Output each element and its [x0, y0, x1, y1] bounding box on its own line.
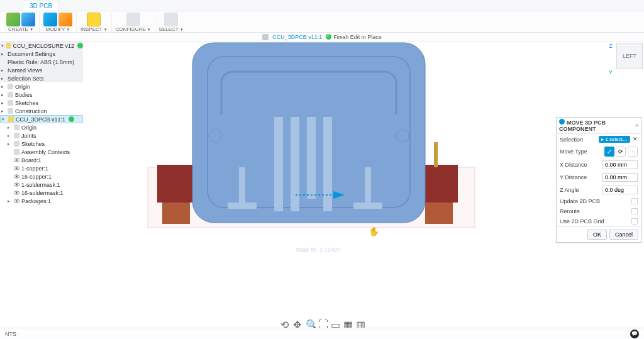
cube-green-icon[interactable] [6, 13, 20, 26]
z-label: Z Angle [560, 187, 579, 193]
browser-node[interactable]: Plastic Rule: ABS (1.5mm) [0, 58, 83, 66]
browser-node[interactable]: 16-soldermask:1 [0, 189, 83, 197]
comments-icon[interactable]: 💬 [630, 330, 639, 338]
browser-node[interactable]: 1-soldermask:1 [0, 181, 83, 189]
nav-toolbar: ⟲ ✥ 🔍 ⛶ ▭ ▦ ▥ [0, 318, 644, 328]
browser-node[interactable]: ▸Bodies [0, 91, 83, 99]
browser-node[interactable]: ▸Joints [0, 131, 83, 140]
axis-y-label: Y [609, 69, 613, 75]
axis-z-label: Z [609, 43, 613, 49]
browser-node[interactable]: ▸Construction [0, 107, 83, 115]
folder-icon [14, 141, 19, 147]
browser-node[interactable]: Board:1 [0, 156, 83, 164]
browser-node-label: Bodies [15, 92, 33, 98]
movetype-label: Move Type [560, 148, 587, 155]
svg-rect-3 [420, 165, 458, 203]
folder-icon [8, 100, 13, 106]
chevron-down-icon[interactable]: ▼ [147, 28, 151, 31]
ribbon-tab-3dpcb[interactable]: 3D PCB [23, 1, 59, 11]
ribbon-label-inspect[interactable]: INSPECT [80, 26, 103, 32]
eye-icon[interactable] [14, 190, 19, 196]
ok-button[interactable]: OK [587, 230, 607, 240]
movetype-translate-button[interactable]: ⤢ [604, 147, 614, 157]
movetype-point-button[interactable]: · [628, 147, 638, 157]
dialog-title-bar[interactable]: MOVE 3D PCB COMPONENT ›› [557, 118, 641, 134]
browser-node-label: Construction [15, 108, 47, 114]
dialog-row-movetype: Move Type ⤢ ⟳ · [557, 145, 641, 158]
cursor-icon[interactable] [164, 13, 178, 26]
eye-icon[interactable] [14, 157, 19, 163]
viewports-icon[interactable]: ▥ [356, 319, 364, 326]
update2d-checkbox[interactable] [631, 198, 638, 204]
ribbon-label-modify[interactable]: MODIFY [45, 26, 65, 32]
ribbon-label-create[interactable]: CREATE [8, 26, 28, 32]
ribbon-group-inspect: INSPECT▼ [77, 13, 112, 33]
browser-node-label: Plastic Rule: ABS (1.5mm) [8, 59, 74, 65]
browser-node[interactable]: Assembly Contexts [0, 148, 83, 156]
ribbon-label-select[interactable]: SELECT [159, 26, 179, 32]
svg-point-19 [16, 167, 18, 169]
browser-active-component[interactable]: ▾CCU_3DPCB v11:1 [0, 115, 83, 123]
browser-node[interactable]: ▸Named Views [0, 66, 83, 74]
cancel-button[interactable]: Cancel [609, 230, 638, 240]
hand-cursor-icon: ✋ [369, 226, 379, 236]
browser-node[interactable]: ▸Origin [0, 82, 83, 91]
status-left: NTS [5, 331, 16, 337]
orbit-icon[interactable]: ⟲ [280, 319, 288, 326]
svg-point-21 [16, 175, 18, 177]
eye-icon[interactable] [14, 165, 19, 171]
browser-node[interactable]: ▸Sketches [0, 99, 83, 107]
browser-root[interactable]: ▾CCU_ENCLOSURE v12 [0, 42, 83, 50]
breadcrumb-link[interactable]: CCU_3DPCB v11:1 [272, 34, 322, 40]
display-icon[interactable]: ▭ [331, 319, 338, 326]
svg-rect-9 [291, 117, 299, 211]
3d-canvas[interactable]: Snap To -1.12497 ✋ LEFT Z Y [0, 42, 644, 328]
browser-node[interactable]: 16-copper:1 [0, 172, 83, 181]
dialog-title: MOVE 3D PCB COMPONENT [559, 119, 606, 132]
dialog-row-y: Y Distance [557, 171, 641, 184]
dialog-row-selection: Selection ▸1 select…✕ [557, 134, 641, 145]
chevron-down-icon[interactable]: ▼ [67, 28, 70, 31]
browser-node[interactable]: ▸Origin [0, 123, 83, 131]
move-icon[interactable] [58, 13, 72, 26]
grid-checkbox[interactable] [631, 218, 638, 225]
browser-node[interactable]: ▸Packages:1 [0, 197, 83, 205]
browser-node[interactable]: 1-copper:1 [0, 164, 83, 172]
movetype-rotate-button[interactable]: ⟳ [616, 147, 626, 157]
fit-icon[interactable]: ⛶ [318, 319, 326, 326]
ribbon-group-configure: CONFIGURE▼ [112, 13, 155, 33]
y-distance-input[interactable] [602, 173, 638, 182]
clear-selection-icon[interactable]: ✕ [633, 136, 638, 142]
zoom-icon[interactable]: 🔍 [306, 319, 313, 326]
grid-view-icon[interactable]: ▦ [343, 319, 351, 326]
cube-blue-icon[interactable] [21, 13, 35, 26]
ribbon-label-configure[interactable]: CONFIGURE [116, 26, 146, 32]
chevron-down-icon[interactable]: ▼ [30, 28, 33, 31]
browser-node[interactable]: ▸Document Settings [0, 50, 83, 58]
svg-rect-2 [162, 203, 190, 224]
reroute-checkbox[interactable] [631, 208, 638, 214]
warp-icon[interactable] [43, 13, 57, 26]
browser-panel: ▾CCU_ENCLOSURE v12 ▸Document Settings Pl… [0, 42, 83, 205]
browser-node-label: 16-copper:1 [21, 174, 52, 180]
viewcube[interactable]: LEFT [616, 43, 643, 69]
eye-icon[interactable] [14, 174, 19, 179]
dialog-expand-icon[interactable]: ›› [635, 123, 638, 128]
browser-root-label: CCU_ENCLOSURE v12 [13, 43, 74, 49]
browser-node[interactable]: ▸Sketches [0, 140, 83, 148]
selection-chip[interactable]: ▸1 select… [599, 136, 630, 143]
z-angle-input[interactable] [602, 186, 638, 194]
pan-icon[interactable]: ✥ [293, 319, 301, 326]
chevron-down-icon[interactable]: ▼ [104, 28, 108, 31]
reroute-label: Reroute [560, 208, 580, 214]
gear-icon[interactable] [126, 13, 140, 26]
eye-icon[interactable] [14, 198, 19, 204]
ruler-icon[interactable] [87, 13, 101, 26]
sync-ok-icon [77, 43, 83, 48]
folder-icon [8, 84, 13, 89]
browser-node[interactable]: ▸Selection Sets [0, 74, 83, 82]
eye-icon[interactable] [14, 182, 19, 187]
x-distance-input[interactable] [602, 160, 638, 169]
finish-edit-pill[interactable]: Finish Edit in Place [326, 34, 382, 40]
chevron-down-icon[interactable]: ▼ [180, 28, 184, 31]
